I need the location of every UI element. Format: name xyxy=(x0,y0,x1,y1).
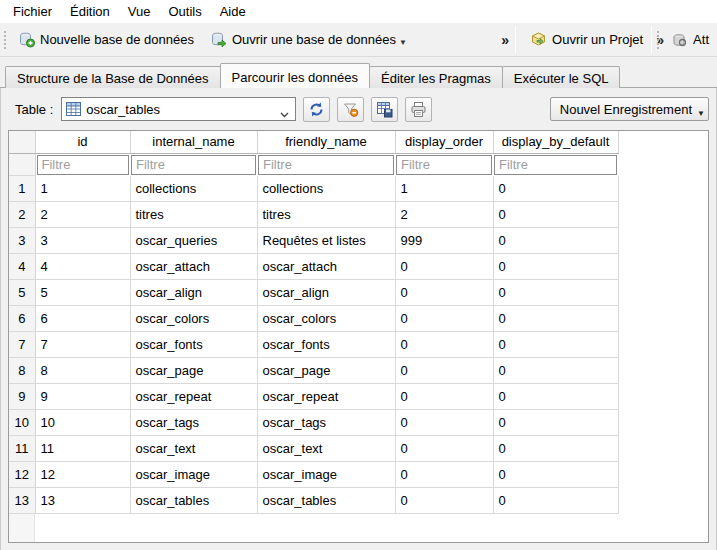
cell-display-order[interactable]: 999 xyxy=(395,228,493,254)
cell-internal-name[interactable]: oscar_colors xyxy=(130,306,257,332)
row-number[interactable]: 1 xyxy=(9,176,35,202)
cell-internal-name[interactable]: oscar_repeat xyxy=(130,384,257,410)
cell-display-order[interactable]: 2 xyxy=(395,202,493,228)
menu-aide[interactable]: Aide xyxy=(211,1,255,22)
open-database-dropdown-icon[interactable]: ▼ xyxy=(399,38,407,48)
cell-display-order[interactable]: 0 xyxy=(395,462,493,488)
row-number[interactable]: 9 xyxy=(9,384,35,410)
cell-friendly-name[interactable]: oscar_text xyxy=(257,436,395,462)
cell-internal-name[interactable]: oscar_image xyxy=(130,462,257,488)
cell-display-order[interactable]: 1 xyxy=(395,176,493,202)
cell-internal-name[interactable]: titres xyxy=(130,202,257,228)
cell-display-order[interactable]: 0 xyxy=(395,332,493,358)
cell-friendly-name[interactable]: oscar_fonts xyxy=(257,332,395,358)
save-results-button[interactable] xyxy=(371,97,398,122)
cell-display-by-default[interactable]: 0 xyxy=(493,280,618,306)
cell-display-by-default[interactable]: 0 xyxy=(493,228,618,254)
cell-display-order[interactable]: 0 xyxy=(395,306,493,332)
cell-id[interactable]: 10 xyxy=(35,410,130,436)
cell-display-by-default[interactable]: 0 xyxy=(493,462,618,488)
cell-id[interactable]: 3 xyxy=(35,228,130,254)
cell-display-order[interactable]: 0 xyxy=(395,410,493,436)
filter-input-friendly-name[interactable] xyxy=(258,155,394,175)
refresh-button[interactable] xyxy=(303,97,330,122)
cell-internal-name[interactable]: oscar_tables xyxy=(130,488,257,514)
cell-display-order[interactable]: 0 xyxy=(395,436,493,462)
cell-internal-name[interactable]: oscar_tags xyxy=(130,410,257,436)
menu-vue[interactable]: Vue xyxy=(119,1,160,22)
cell-display-by-default[interactable]: 0 xyxy=(493,202,618,228)
cell-display-by-default[interactable]: 0 xyxy=(493,332,618,358)
cell-display-order[interactable]: 0 xyxy=(395,358,493,384)
cell-id[interactable]: 6 xyxy=(35,306,130,332)
cell-display-by-default[interactable]: 0 xyxy=(493,306,618,332)
column-header-friendly-name[interactable]: friendly_name xyxy=(257,131,395,153)
cell-id[interactable]: 12 xyxy=(35,462,130,488)
row-number[interactable]: 4 xyxy=(9,254,35,280)
cell-display-by-default[interactable]: 0 xyxy=(493,254,618,280)
cell-internal-name[interactable]: oscar_page xyxy=(130,358,257,384)
row-number[interactable]: 6 xyxy=(9,306,35,332)
cell-id[interactable]: 1 xyxy=(35,176,130,202)
cell-friendly-name[interactable]: oscar_tables xyxy=(257,488,395,514)
toolbar-drag-handle[interactable] xyxy=(2,29,7,51)
filter-input-id[interactable] xyxy=(37,155,130,175)
cell-display-by-default[interactable]: 0 xyxy=(493,176,618,202)
cell-id[interactable]: 9 xyxy=(35,384,130,410)
tab-browse-data[interactable]: Parcourir les données xyxy=(220,63,370,88)
cell-internal-name[interactable]: oscar_align xyxy=(130,280,257,306)
cell-display-by-default[interactable]: 0 xyxy=(493,358,618,384)
cell-friendly-name[interactable]: oscar_tags xyxy=(257,410,395,436)
cell-display-order[interactable]: 0 xyxy=(395,280,493,306)
cell-id[interactable]: 2 xyxy=(35,202,130,228)
row-number[interactable]: 2 xyxy=(9,202,35,228)
cell-friendly-name[interactable]: oscar_colors xyxy=(257,306,395,332)
cell-friendly-name[interactable]: oscar_image xyxy=(257,462,395,488)
row-number[interactable]: 13 xyxy=(9,488,35,514)
cell-display-order[interactable]: 0 xyxy=(395,254,493,280)
menu-fichier[interactable]: Fichier xyxy=(4,1,61,22)
cell-friendly-name[interactable]: oscar_align xyxy=(257,280,395,306)
filter-input-display-order[interactable] xyxy=(396,155,492,175)
cell-display-order[interactable]: 0 xyxy=(395,384,493,410)
filter-input-display-by-default[interactable] xyxy=(494,155,617,175)
new-database-button[interactable]: Nouvelle base de données xyxy=(10,26,202,53)
cell-friendly-name[interactable]: oscar_page xyxy=(257,358,395,384)
cell-internal-name[interactable]: oscar_attach xyxy=(130,254,257,280)
cell-friendly-name[interactable]: oscar_repeat xyxy=(257,384,395,410)
row-number[interactable]: 10 xyxy=(9,410,35,436)
cell-display-order[interactable]: 0 xyxy=(395,488,493,514)
cell-friendly-name[interactable]: Requêtes et listes xyxy=(257,228,395,254)
cell-id[interactable]: 13 xyxy=(35,488,130,514)
open-project-button[interactable]: Ouvrir un Projet xyxy=(522,26,651,53)
new-record-button[interactable]: Nouvel Enregistrement ▼ xyxy=(550,97,709,121)
attach-database-button[interactable]: Att xyxy=(663,26,717,53)
cell-friendly-name[interactable]: collections xyxy=(257,176,395,202)
toolbar-drag-handle[interactable] xyxy=(655,29,660,51)
column-header-display-by-default[interactable]: display_by_default xyxy=(493,131,618,153)
clear-filters-button[interactable] xyxy=(337,97,364,122)
cell-display-by-default[interactable]: 0 xyxy=(493,436,618,462)
cell-id[interactable]: 5 xyxy=(35,280,130,306)
cell-id[interactable]: 11 xyxy=(35,436,130,462)
row-number[interactable]: 7 xyxy=(9,332,35,358)
row-number[interactable]: 5 xyxy=(9,280,35,306)
open-database-button[interactable]: Ouvrir une base de données ▼ xyxy=(202,26,415,53)
cell-id[interactable]: 8 xyxy=(35,358,130,384)
cell-display-by-default[interactable]: 0 xyxy=(493,384,618,410)
table-selector-combobox[interactable]: oscar_tables xyxy=(61,97,296,121)
cell-id[interactable]: 7 xyxy=(35,332,130,358)
menu-outils[interactable]: Outils xyxy=(159,1,210,22)
row-number[interactable]: 8 xyxy=(9,358,35,384)
tab-edit-pragmas[interactable]: Éditer les Pragmas xyxy=(369,66,503,88)
cell-id[interactable]: 4 xyxy=(35,254,130,280)
column-header-display-order[interactable]: display_order xyxy=(395,131,493,153)
cell-display-by-default[interactable]: 0 xyxy=(493,488,618,514)
toolbar-overflow-button[interactable]: » xyxy=(496,30,514,50)
cell-internal-name[interactable]: oscar_queries xyxy=(130,228,257,254)
column-header-internal-name[interactable]: internal_name xyxy=(130,131,257,153)
tab-structure[interactable]: Structure de la Base de Données xyxy=(5,66,221,88)
print-button[interactable] xyxy=(405,97,432,122)
row-number[interactable]: 11 xyxy=(9,436,35,462)
cell-display-by-default[interactable]: 0 xyxy=(493,410,618,436)
